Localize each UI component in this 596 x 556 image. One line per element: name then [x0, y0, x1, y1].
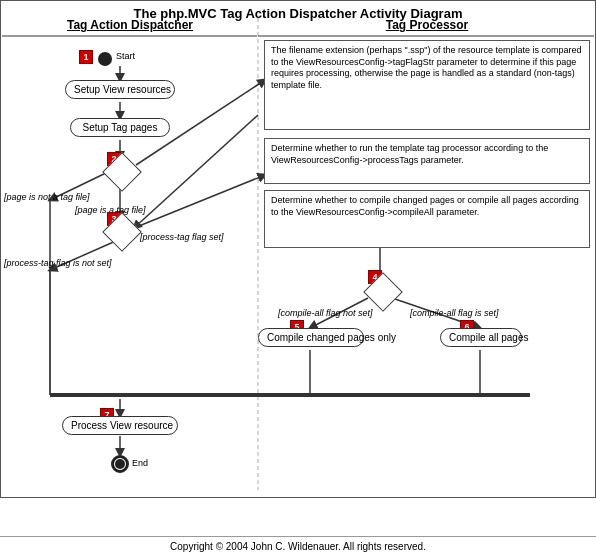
end-label: End	[132, 458, 148, 468]
end-node	[111, 455, 129, 473]
label-process-tag-not-set: [process-tag flag is not set]	[4, 258, 112, 268]
label-process-tag-set: [process-tag flag set]	[140, 232, 224, 242]
process-view-resource: Process View resource	[62, 416, 178, 435]
info-box-1: The filename extension (perhaps ".ssp") …	[264, 40, 590, 130]
label-compile-all-set: [compile-all flag is set]	[410, 308, 499, 318]
start-node	[98, 52, 112, 66]
info-box-3: Determine whether to compile changed pag…	[264, 190, 590, 248]
compile-changed: Compile changed pages only	[258, 328, 364, 347]
label-page-not-tag: [page is not a tag file]	[4, 192, 90, 202]
info-box-2: Determine whether to run the template ta…	[264, 138, 590, 184]
copyright: Copyright © 2004 John C. Wildenauer. All…	[0, 536, 596, 556]
page-container: The php.MVC Tag Action Dispatcher Activi…	[0, 0, 596, 556]
right-column-header: Tag Processor	[260, 18, 594, 32]
left-column-header: Tag Action Dispatcher	[2, 18, 258, 32]
setup-view-resources: Setup View resources	[65, 80, 175, 99]
badge-1: 1	[79, 50, 93, 64]
setup-tag-pages: Setup Tag pages	[70, 118, 170, 137]
start-label: Start	[116, 51, 135, 61]
compile-all: Compile all pages	[440, 328, 522, 347]
label-compile-all-not-set: [compile-all flag not set]	[278, 308, 373, 318]
